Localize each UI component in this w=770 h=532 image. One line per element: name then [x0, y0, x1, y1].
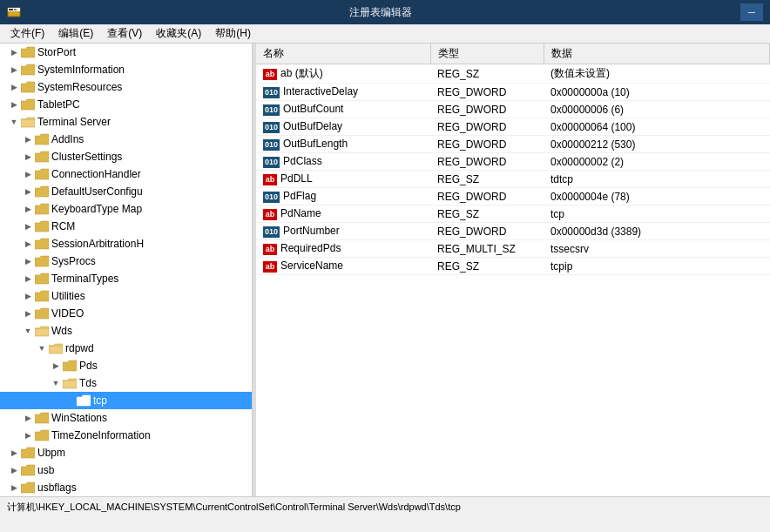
tree-node-termserver[interactable]: ▼ Terminal Server [0, 113, 252, 131]
table-row[interactable]: abRequiredPdsREG_MULTI_SZtssecsrv [256, 240, 770, 258]
expand-kbtype[interactable]: ▶ [21, 200, 35, 218]
table-row[interactable]: 010OutBufCountREG_DWORD0x00000006 (6) [256, 101, 770, 118]
table-row[interactable]: 010PdClassREG_DWORD0x00000002 (2) [256, 153, 770, 171]
dword-icon: 010 [263, 87, 280, 98]
tree-label-usb: usb [37, 464, 54, 476]
expand-sysres[interactable]: ▶ [7, 78, 21, 96]
expand-timezoneinfo[interactable]: ▶ [21, 427, 35, 444]
table-row[interactable]: abPdDLLREG_SZtdtcp [256, 171, 770, 188]
reg-type-cell: REG_DWORD [430, 153, 544, 171]
tree-node-sysprocs[interactable]: ▶ SysProcs [0, 253, 252, 270]
folder-icon-utilities [35, 289, 49, 303]
tree-node-rcm[interactable]: ▶ RCM [0, 218, 252, 235]
expand-defuserconfig[interactable]: ▶ [21, 183, 35, 200]
reg-data-cell: 0x00000002 (2) [544, 153, 770, 171]
table-row[interactable]: abServiceNameREG_SZtcpip [256, 258, 770, 275]
tree-node-tcp[interactable]: tcp [0, 392, 252, 409]
expand-addins[interactable]: ▶ [21, 131, 35, 148]
expand-ubpm[interactable]: ▶ [7, 444, 21, 461]
table-row[interactable]: abab (默认)REG_SZ(数值未设置) [256, 64, 770, 84]
expand-tabletpc[interactable]: ▶ [7, 96, 21, 113]
tree-label-utilities: Utilities [51, 290, 85, 302]
dword-icon: 010 [263, 104, 280, 116]
expand-clustersettings[interactable]: ▶ [21, 148, 35, 165]
tree-node-storport[interactable]: ▶ StorPort [0, 44, 252, 61]
tree-node-kbtype[interactable]: ▶ KeyboardType Map [0, 200, 252, 218]
expand-termserver[interactable]: ▼ [7, 113, 21, 131]
expand-connhandler[interactable]: ▶ [21, 165, 35, 183]
table-row[interactable]: abPdNameREG_SZtcp [256, 205, 770, 223]
tree-node-addins[interactable]: ▶ AddIns [0, 131, 252, 148]
tree-node-defuserconfig[interactable]: ▶ DefaultUserConfigu [0, 183, 252, 200]
tree-node-tabletpc[interactable]: ▶ TabletPC [0, 96, 252, 113]
menu-help[interactable]: 帮助(H) [208, 24, 258, 43]
expand-video[interactable]: ▶ [21, 305, 35, 322]
tree-node-utilities[interactable]: ▶ Utilities [0, 287, 252, 305]
tree-label-video: VIDEO [51, 307, 84, 320]
expand-usb[interactable]: ▶ [7, 461, 21, 479]
tree-node-termtypes[interactable]: ▶ TerminalTypes [0, 270, 252, 287]
folder-icon-sysinfo [21, 63, 35, 77]
expand-rcm[interactable]: ▶ [21, 218, 35, 235]
menu-edit[interactable]: 编辑(E) [51, 24, 100, 43]
table-row[interactable]: 010PortNumberREG_DWORD0x00000d3d (3389) [256, 223, 770, 240]
tree-node-pds[interactable]: ▶ Pds [0, 357, 252, 374]
tree-node-sysinfo[interactable]: ▶ SystemInformation [0, 61, 252, 78]
expand-termtypes[interactable]: ▶ [21, 270, 35, 287]
reg-name-cell: 010PortNumber [256, 223, 430, 240]
tree-node-rdpwd[interactable]: ▼ rdpwd [0, 340, 252, 357]
reg-data-cell: 0x00000006 (6) [544, 101, 770, 118]
folder-icon-kbtype [35, 202, 49, 216]
col-header-name[interactable]: 名称 [256, 44, 430, 64]
tree-node-usbflags[interactable]: ▶ usbflags [0, 479, 252, 496]
expand-winstations[interactable]: ▶ [21, 409, 35, 427]
registry-table: 名称 类型 数据 abab (默认)REG_SZ(数值未设置)010Intera… [256, 44, 770, 275]
col-header-data[interactable]: 数据 [544, 44, 770, 64]
tree-node-connhandler[interactable]: ▶ ConnectionHandler [0, 165, 252, 183]
tree-node-ubpm[interactable]: ▶ Ubpm [0, 444, 252, 461]
tree-label-ubpm: Ubpm [37, 447, 65, 459]
registry-tree[interactable]: ▶ StorPort ▶ SystemInformation ▶ SystemR… [0, 44, 253, 496]
reg-data-cell: 0x00000212 (530) [544, 136, 770, 153]
expand-sysprocs[interactable]: ▶ [21, 253, 35, 270]
expand-pds[interactable]: ▶ [49, 357, 63, 374]
menu-file[interactable]: 文件(F) [3, 24, 51, 43]
menu-view[interactable]: 查看(V) [100, 24, 149, 43]
table-row[interactable]: 010OutBufDelayREG_DWORD0x00000064 (100) [256, 118, 770, 136]
table-row[interactable]: 010OutBufLengthREG_DWORD0x00000212 (530) [256, 136, 770, 153]
col-header-type[interactable]: 类型 [430, 44, 544, 64]
folder-icon-connhandler [35, 167, 49, 181]
expand-storport[interactable]: ▶ [7, 44, 21, 61]
folder-icon-sysres [21, 80, 35, 94]
tree-node-winstations[interactable]: ▶ WinStations [0, 409, 252, 427]
expand-utilities[interactable]: ▶ [21, 287, 35, 305]
reg-data-cell: tdtcp [544, 171, 770, 188]
menu-favorites[interactable]: 收藏夹(A) [149, 24, 208, 43]
tree-node-tds[interactable]: ▼ Tds [0, 374, 252, 392]
reg-name-cell: abab (默认) [256, 64, 430, 84]
tree-node-wds[interactable]: ▼ Wds [0, 322, 252, 340]
table-row[interactable]: 010InteractiveDelayREG_DWORD0x0000000a (… [256, 84, 770, 101]
expand-usbflags[interactable]: ▶ [7, 479, 21, 496]
tree-node-sysres[interactable]: ▶ SystemResources [0, 78, 252, 96]
folder-icon-sessionarb [35, 237, 49, 251]
reg-type-cell: REG_SZ [430, 258, 544, 275]
ab-icon: ab [263, 69, 277, 80]
tree-node-timezoneinfo[interactable]: ▶ TimeZoneInformation [0, 427, 252, 444]
tree-node-usb[interactable]: ▶ usb [0, 461, 252, 479]
expand-tds[interactable]: ▼ [49, 374, 63, 392]
expand-sessionarb[interactable]: ▶ [21, 235, 35, 253]
tree-node-clustersettings[interactable]: ▶ ClusterSettings [0, 148, 252, 165]
table-row[interactable]: 010PdFlagREG_DWORD0x0000004e (78) [256, 188, 770, 205]
expand-wds[interactable]: ▼ [21, 322, 35, 340]
svg-rect-3 [14, 9, 17, 10]
expand-rdpwd[interactable]: ▼ [35, 340, 49, 357]
minimize-button[interactable]: ─ [740, 3, 763, 21]
reg-type-cell: REG_DWORD [430, 84, 544, 101]
tree-label-clustersettings: ClusterSettings [51, 151, 122, 163]
folder-icon-usb [21, 463, 35, 477]
expand-sysinfo[interactable]: ▶ [7, 61, 21, 78]
folder-icon-tabletpc [21, 98, 35, 111]
tree-node-video[interactable]: ▶ VIDEO [0, 305, 252, 322]
tree-node-sessionarb[interactable]: ▶ SessionArbitrationH [0, 235, 252, 253]
